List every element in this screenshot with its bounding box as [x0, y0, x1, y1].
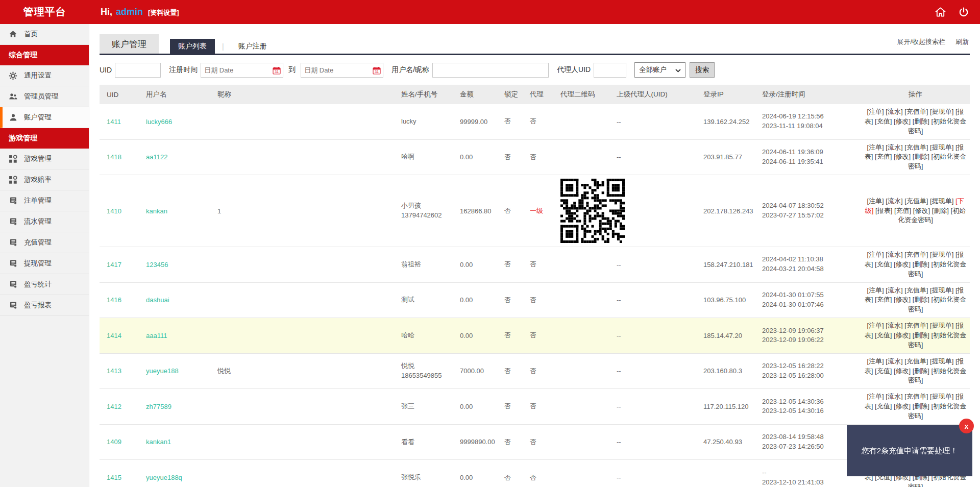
- action-link-删除[interactable]: [删除]: [913, 367, 929, 375]
- home-icon[interactable]: [935, 7, 946, 17]
- action-link-修改[interactable]: [修改]: [894, 402, 911, 410]
- action-link-修改[interactable]: [修改]: [894, 367, 911, 375]
- username-link[interactable]: aaa111: [146, 332, 167, 339]
- uid-link[interactable]: 1417: [107, 261, 121, 269]
- uid-link[interactable]: 1418: [107, 153, 121, 161]
- action-link-提现单[interactable]: [提现单]: [930, 322, 953, 329]
- action-link-充值单[interactable]: [充值单]: [904, 197, 928, 205]
- action-link-充值[interactable]: [充值]: [875, 260, 892, 268]
- action-link-修改[interactable]: [修改]: [894, 296, 911, 303]
- sidebar-section-游戏管理[interactable]: 游戏管理: [0, 128, 89, 149]
- action-link-充值单[interactable]: [充值单]: [904, 357, 928, 365]
- sidebar-item-提现管理[interactable]: 提现管理: [0, 253, 89, 274]
- sidebar-item-流水管理[interactable]: 流水管理: [0, 211, 89, 232]
- action-link-流水[interactable]: [流水]: [886, 286, 902, 294]
- action-link-流水[interactable]: [流水]: [886, 143, 902, 151]
- action-link-注单[interactable]: [注单]: [867, 393, 884, 400]
- notification-close-button[interactable]: x: [959, 419, 974, 433]
- logout-power-icon[interactable]: [959, 7, 969, 17]
- username-link[interactable]: yueyue188q: [146, 474, 182, 481]
- action-link-充值单[interactable]: [充值单]: [904, 286, 928, 294]
- action-link-充值单[interactable]: [充值单]: [904, 393, 928, 400]
- action-link-充值[interactable]: [充值]: [894, 207, 911, 214]
- action-link-充值单[interactable]: [充值单]: [904, 251, 928, 258]
- sidebar-item-通用设置[interactable]: 通用设置: [0, 65, 89, 86]
- username-link[interactable]: aa1122: [146, 153, 167, 161]
- profile-settings-link[interactable]: [资料设置]: [148, 8, 179, 17]
- action-link-修改[interactable]: [修改]: [894, 153, 911, 160]
- action-link-提现单[interactable]: [提现单]: [930, 108, 953, 115]
- username-link[interactable]: kankan: [146, 207, 167, 215]
- toggle-search-bar-link[interactable]: 展开/收起搜索栏: [897, 37, 945, 46]
- uid-link[interactable]: 1416: [107, 296, 121, 304]
- uid-link[interactable]: 1414: [107, 332, 121, 339]
- uid-link[interactable]: 1410: [107, 207, 121, 215]
- agent-uid-input[interactable]: [594, 63, 626, 78]
- tab-account-register[interactable]: 账户注册: [230, 39, 275, 54]
- action-link-流水[interactable]: [流水]: [886, 393, 902, 400]
- uid-link[interactable]: 1409: [107, 438, 121, 446]
- action-link-删除[interactable]: [删除]: [913, 260, 929, 268]
- search-button[interactable]: 搜索: [690, 62, 715, 78]
- action-link-注单[interactable]: [注单]: [867, 197, 884, 205]
- sidebar-item-游戏管理[interactable]: 游戏管理: [0, 149, 89, 169]
- uid-input[interactable]: [115, 63, 161, 78]
- action-link-注单[interactable]: [注单]: [867, 286, 884, 294]
- account-type-select[interactable]: 全部账户: [634, 62, 685, 78]
- action-link-删除[interactable]: [删除]: [932, 207, 949, 214]
- action-link-注单[interactable]: [注单]: [867, 143, 884, 151]
- action-link-注单[interactable]: [注单]: [867, 322, 884, 329]
- sidebar-item-盈亏统计[interactable]: 盈亏统计: [0, 274, 89, 295]
- username-nickname-input[interactable]: [432, 63, 549, 78]
- username-link[interactable]: kankan1: [146, 438, 171, 446]
- action-link-提现单[interactable]: [提现单]: [930, 393, 953, 400]
- action-link-流水[interactable]: [流水]: [886, 197, 902, 205]
- reg-date-start-input[interactable]: [201, 63, 283, 78]
- action-link-修改[interactable]: [修改]: [894, 260, 911, 268]
- action-link-提现单[interactable]: [提现单]: [930, 286, 953, 294]
- sidebar-item-注单管理[interactable]: 注单管理: [0, 190, 89, 211]
- sidebar-section-综合管理[interactable]: 综合管理: [0, 45, 89, 65]
- username-link[interactable]: 123456: [146, 261, 168, 269]
- action-link-注单[interactable]: [注单]: [867, 251, 884, 258]
- action-link-报表[interactable]: [报表]: [875, 207, 892, 214]
- action-link-修改[interactable]: [修改]: [913, 207, 930, 214]
- sidebar-item-盈亏报表[interactable]: 盈亏报表: [0, 295, 89, 316]
- reg-date-end-input[interactable]: [301, 63, 383, 78]
- action-link-提现单[interactable]: [提现单]: [930, 251, 953, 258]
- action-link-删除[interactable]: [删除]: [913, 153, 929, 160]
- calendar-icon[interactable]: 31: [373, 66, 381, 76]
- action-link-提现单[interactable]: [提现单]: [930, 197, 953, 205]
- action-link-提现单[interactable]: [提现单]: [930, 143, 953, 151]
- uid-link[interactable]: 1412: [107, 403, 121, 410]
- action-link-充值[interactable]: [充值]: [875, 367, 892, 375]
- uid-link[interactable]: 1415: [107, 474, 121, 481]
- action-link-流水[interactable]: [流水]: [886, 357, 902, 365]
- username-link[interactable]: yueyue188: [146, 367, 179, 375]
- refresh-link[interactable]: 刷新: [955, 37, 969, 46]
- action-link-删除[interactable]: [删除]: [913, 331, 929, 339]
- action-link-删除[interactable]: [删除]: [913, 402, 929, 410]
- sidebar-item-管理员管理[interactable]: 管理员管理: [0, 86, 89, 107]
- action-link-注单[interactable]: [注单]: [867, 108, 884, 115]
- action-link-注单[interactable]: [注单]: [867, 357, 884, 365]
- action-link-删除[interactable]: [删除]: [913, 117, 929, 125]
- action-link-充值[interactable]: [充值]: [875, 296, 892, 303]
- action-link-修改[interactable]: [修改]: [894, 117, 911, 125]
- username-link[interactable]: lucky666: [146, 118, 172, 126]
- action-link-充值[interactable]: [充值]: [875, 402, 892, 410]
- action-link-充值[interactable]: [充值]: [875, 117, 892, 125]
- action-link-流水[interactable]: [流水]: [886, 322, 902, 329]
- username-link[interactable]: zh77589: [146, 403, 172, 410]
- sidebar-item-首页[interactable]: 首页: [0, 24, 89, 45]
- tab-account-list[interactable]: 账户列表: [170, 39, 215, 54]
- uid-link[interactable]: 1411: [107, 118, 121, 126]
- action-link-充值[interactable]: [充值]: [875, 331, 892, 339]
- action-link-充值单[interactable]: [充值单]: [904, 108, 928, 115]
- action-link-修改[interactable]: [修改]: [894, 331, 911, 339]
- sidebar-item-游戏赔率[interactable]: 游戏赔率: [0, 169, 89, 190]
- action-link-删除[interactable]: [删除]: [913, 296, 929, 303]
- action-link-提现单[interactable]: [提现单]: [930, 357, 953, 365]
- action-link-流水[interactable]: [流水]: [886, 251, 902, 258]
- sidebar-item-充值管理[interactable]: 充值管理: [0, 232, 89, 253]
